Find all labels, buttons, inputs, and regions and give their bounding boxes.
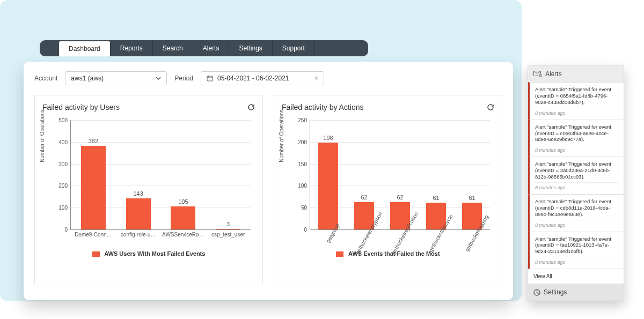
bar-value-label: 143 — [133, 190, 143, 197]
alert-time: 8 minutes ago — [535, 257, 619, 265]
x-tick: Dome9-Conn… — [75, 229, 112, 238]
calendar-icon — [207, 75, 213, 81]
bar[interactable] — [126, 198, 151, 229]
alerts-settings[interactable]: Settings — [528, 284, 624, 300]
alert-text: Alert "sample" Triggered for event (even… — [535, 161, 619, 180]
alert-time: 8 minutes ago — [535, 108, 619, 116]
period-label: Period — [174, 75, 193, 82]
bar-value-label: 198 — [323, 135, 333, 141]
y-tick: 100 — [298, 183, 310, 189]
tab-alerts[interactable]: Alerts — [193, 40, 230, 56]
account-label: Account — [34, 75, 57, 82]
tab-settings[interactable]: Settings — [229, 40, 272, 56]
chart-title: Failed activity by Users — [42, 103, 120, 112]
bar-value-label: 62 — [361, 194, 367, 201]
refresh-icon[interactable] — [247, 103, 255, 111]
bar-value-label: 61 — [433, 195, 439, 201]
chevron-down-icon — [156, 77, 161, 80]
tab-reports[interactable]: Reports — [111, 40, 153, 56]
alert-text: Alert "sample" Triggered for event (even… — [535, 86, 619, 106]
alert-time: 8 minutes ago — [535, 145, 619, 153]
y-tick: 200 — [298, 139, 310, 145]
bar-value-label: 105 — [178, 198, 188, 205]
y-tick: 150 — [298, 161, 310, 167]
alert-time: 8 minutes ago — [535, 182, 619, 190]
chart-failed-by-users: Failed activity by Users Number of Opera… — [34, 95, 263, 285]
alert-text: Alert "sample" Triggered for event (even… — [535, 124, 619, 143]
y-axis-label: Number of Operations — [39, 109, 45, 162]
view-all-link[interactable]: View All — [528, 269, 624, 284]
tab-support[interactable]: Support — [273, 40, 315, 56]
main-navbar: Dashboard Reports Search Alerts Settings… — [40, 40, 368, 56]
chart-title: Failed activity by Actions — [282, 103, 364, 112]
tab-dashboard[interactable]: Dashboard — [59, 41, 111, 56]
alerts-header-label: Alerts — [545, 70, 562, 78]
bar-value-label: 382 — [89, 138, 98, 144]
x-tick: AWSServiceRo… — [162, 229, 204, 238]
alert-text: Alert "sample" Triggered for event (even… — [535, 236, 619, 255]
svg-rect-0 — [207, 76, 213, 81]
alert-time: 8 minutes ago — [535, 220, 619, 228]
refresh-icon[interactable] — [487, 103, 494, 111]
legend-swatch-icon — [92, 251, 100, 257]
bar[interactable] — [81, 146, 106, 229]
y-axis-label: Number of Operations — [279, 109, 284, 162]
y-tick: 500 — [58, 117, 71, 123]
y-tick: 400 — [58, 139, 71, 145]
alerts-header[interactable]: Alerts — [528, 66, 624, 82]
pie-settings-icon — [533, 289, 540, 296]
filter-row: Account aws1 (aws) Period 05-04-2021 - 0… — [34, 71, 502, 85]
bar[interactable] — [171, 206, 195, 229]
alert-item[interactable]: Alert "sample" Triggered for event (even… — [528, 157, 624, 194]
x-tick: config-role-u… — [121, 229, 156, 238]
bar[interactable] — [318, 143, 338, 229]
clear-date-icon[interactable]: × — [314, 75, 318, 82]
y-tick: 100 — [58, 205, 71, 211]
charts-row: Failed activity by Users Number of Opera… — [34, 95, 502, 285]
y-tick: 300 — [58, 161, 71, 167]
chart-failed-by-actions: Failed activity by Actions Number of Ope… — [274, 95, 502, 285]
y-tick: 200 — [58, 183, 71, 189]
dashboard-card: Account aws1 (aws) Period 05-04-2021 - 0… — [24, 62, 513, 300]
account-select[interactable]: aws1 (aws) — [65, 71, 167, 85]
legend-text: AWS Events that Failed the Most — [348, 250, 440, 257]
chart-body-actions: Number of Operations 050100150200250198g… — [282, 120, 494, 257]
y-tick: 0 — [304, 227, 310, 233]
bar-value-label: 62 — [397, 194, 403, 201]
bar-value-label: 61 — [469, 195, 475, 201]
alert-item[interactable]: Alert "sample" Triggered for event (even… — [528, 194, 624, 232]
account-value: aws1 (aws) — [71, 75, 104, 82]
legend-swatch-icon — [336, 251, 343, 257]
chart-body-users: Number of Operations 0100200300400500382… — [42, 120, 255, 257]
alert-item[interactable]: Alert "sample" Triggered for event (even… — [528, 82, 624, 120]
x-tick: csp_test_user — [211, 229, 245, 238]
alerts-list: Alert "sample" Triggered for event (even… — [528, 82, 624, 269]
y-tick: 0 — [64, 227, 71, 233]
period-picker[interactable]: 05-04-2021 - 06-02-2021 × — [201, 71, 324, 85]
tab-search[interactable]: Search — [153, 40, 193, 56]
y-tick: 50 — [301, 205, 310, 211]
y-tick: 250 — [298, 117, 310, 123]
alert-item[interactable]: Alert "sample" Triggered for event (even… — [528, 232, 624, 269]
chart-legend: AWS Users With Most Failed Events — [42, 250, 255, 257]
alerts-side-panel: Alerts Alert "sample" Triggered for even… — [528, 65, 624, 301]
chart-legend: AWS Events that Failed the Most — [282, 250, 494, 257]
alert-text: Alert "sample" Triggered for event (even… — [535, 198, 619, 218]
legend-text: AWS Users With Most Failed Events — [104, 250, 205, 257]
alerts-footer-label: Settings — [544, 288, 567, 296]
alert-item[interactable]: Alert "sample" Triggered for event (even… — [528, 120, 624, 157]
mail-alert-icon — [533, 71, 542, 77]
bar-value-label: 3 — [226, 221, 230, 227]
period-value: 05-04-2021 - 06-02-2021 — [217, 75, 289, 82]
